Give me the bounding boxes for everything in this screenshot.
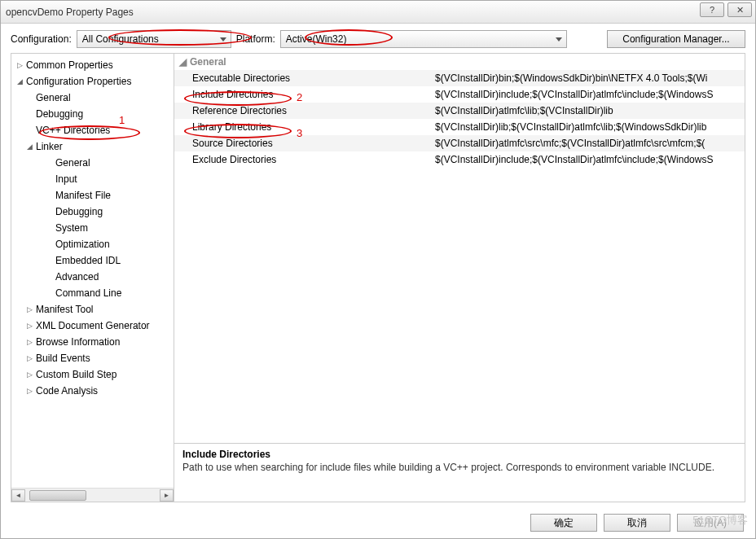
property-value[interactable]: $(VCInstallDir)include;$(VCInstallDir)at… bbox=[435, 154, 745, 165]
property-name: Exclude Directories bbox=[174, 154, 435, 165]
tree-item-manifest-tool[interactable]: ▷Manifest Tool bbox=[11, 301, 174, 318]
platform-value: Active(Win32) bbox=[286, 33, 347, 45]
configuration-combo[interactable]: All Configurations bbox=[77, 30, 231, 48]
property-value[interactable]: $(VCInstallDir)atlmfc\src\mfc;$(VCInstal… bbox=[435, 138, 745, 149]
tree-item-xml-document-generator[interactable]: ▷XML Document Generator bbox=[11, 318, 174, 334]
close-button[interactable]: ✕ bbox=[727, 2, 752, 17]
tree-item-browse-information[interactable]: ▷Browse Information bbox=[11, 334, 174, 350]
property-row[interactable]: Executable Directories$(VCInstallDir)bin… bbox=[174, 70, 745, 86]
tree-item-label: Input bbox=[54, 173, 77, 185]
description-title: Include Directories bbox=[182, 449, 736, 460]
expand-icon[interactable]: ▷ bbox=[24, 305, 34, 313]
property-value[interactable]: $(VCInstallDir)include;$(VCInstallDir)at… bbox=[435, 89, 745, 100]
tree-item-custom-build-step[interactable]: ▷Custom Build Step bbox=[11, 366, 174, 383]
property-name: Include Directories bbox=[174, 89, 435, 100]
configuration-value: All Configurations bbox=[82, 33, 159, 45]
tree-item-configuration-properties[interactable]: ◢Configuration Properties bbox=[11, 73, 174, 90]
ok-button[interactable]: 确定 bbox=[530, 514, 597, 532]
scroll-right-arrow[interactable]: ► bbox=[160, 489, 174, 502]
property-name: Reference Directories bbox=[174, 105, 435, 116]
platform-combo[interactable]: Active(Win32) bbox=[280, 30, 567, 48]
title-bar: opencvDemo Property Pages ? ✕ bbox=[1, 1, 755, 24]
tree-item-embedded-idl[interactable]: Embedded IDL bbox=[11, 252, 174, 269]
tree-item-label: Command Line bbox=[54, 287, 121, 299]
tree-item-label: General bbox=[54, 157, 90, 169]
property-row[interactable]: Include Directories$(VCInstallDir)includ… bbox=[174, 86, 745, 103]
tree-item-label: Manifest File bbox=[54, 190, 111, 201]
expand-icon[interactable]: ◢ bbox=[24, 142, 34, 151]
tree-item-label: Build Events bbox=[34, 353, 90, 364]
scroll-thumb[interactable] bbox=[29, 490, 86, 501]
property-name: Source Directories bbox=[174, 138, 435, 149]
expand-icon[interactable]: ▷ bbox=[15, 61, 24, 69]
property-value[interactable]: $(VCInstallDir)lib;$(VCInstallDir)atlmfc… bbox=[435, 121, 745, 133]
property-grid[interactable]: ◢ General Executable Directories$(VCInst… bbox=[174, 54, 745, 443]
property-value[interactable]: $(VCInstallDir)atlmfc\lib;$(VCInstallDir… bbox=[435, 105, 745, 116]
tree-item-code-analysis[interactable]: ▷Code Analysis bbox=[11, 383, 174, 399]
tree-item-label: Linker bbox=[34, 141, 63, 152]
cancel-button[interactable]: 取消 bbox=[604, 514, 670, 532]
description-text: Path to use when searching for include f… bbox=[182, 462, 736, 475]
body: ▷Common Properties◢Configuration Propert… bbox=[11, 53, 745, 502]
description-panel: Include Directories Path to use when sea… bbox=[174, 443, 745, 502]
tree-item-label: System bbox=[54, 222, 88, 234]
tree-item-label: Common Properties bbox=[24, 59, 113, 71]
property-name: Executable Directories bbox=[174, 72, 435, 84]
tree-item-label: Optimization bbox=[54, 239, 110, 250]
tree-item-general[interactable]: General bbox=[11, 90, 174, 106]
tree-item-optimization[interactable]: Optimization bbox=[11, 236, 174, 252]
tree-item-common-properties[interactable]: ▷Common Properties bbox=[11, 57, 174, 73]
tree-item-label: Advanced bbox=[54, 271, 99, 283]
collapse-icon: ◢ bbox=[179, 56, 187, 68]
tree-item-label: Debugging bbox=[54, 206, 103, 217]
tree-item-command-line[interactable]: Command Line bbox=[11, 285, 174, 301]
scroll-left-arrow[interactable]: ◄ bbox=[11, 489, 25, 502]
tree-item-label: Manifest Tool bbox=[34, 304, 93, 315]
window-title: opencvDemo Property Pages bbox=[6, 7, 134, 18]
tree-item-debugging[interactable]: Debugging bbox=[11, 204, 174, 220]
tree-item-label: Code Analysis bbox=[34, 385, 98, 397]
tree-item-linker[interactable]: ◢Linker bbox=[11, 138, 174, 155]
tree-item-label: Configuration Properties bbox=[24, 76, 131, 87]
tree-item-manifest-file[interactable]: Manifest File bbox=[11, 187, 174, 204]
dialog-footer: 确定 取消 应用(A) bbox=[1, 507, 755, 538]
apply-button[interactable]: 应用(A) bbox=[677, 514, 744, 532]
group-header[interactable]: ◢ General bbox=[174, 54, 745, 70]
category-tree[interactable]: ▷Common Properties◢Configuration Propert… bbox=[11, 54, 174, 502]
tree-item-debugging[interactable]: Debugging bbox=[11, 106, 174, 122]
property-panel: ◢ General Executable Directories$(VCInst… bbox=[174, 54, 745, 502]
tree-item-label: Embedded IDL bbox=[54, 255, 121, 266]
tree-item-vc-directories[interactable]: VC++ Directories bbox=[11, 122, 174, 138]
tree-item-input[interactable]: Input bbox=[11, 171, 174, 187]
tree-item-label: Debugging bbox=[34, 108, 83, 120]
expand-icon[interactable]: ▷ bbox=[24, 322, 34, 330]
configuration-manager-button[interactable]: Configuration Manager... bbox=[607, 30, 745, 48]
config-toolbar: Configuration: All Configurations Platfo… bbox=[1, 24, 755, 53]
group-title: General bbox=[190, 56, 226, 68]
tree-item-label: Custom Build Step bbox=[34, 369, 116, 380]
expand-icon[interactable]: ▷ bbox=[24, 387, 34, 395]
property-row[interactable]: Source Directories$(VCInstallDir)atlmfc\… bbox=[174, 135, 745, 151]
configuration-label: Configuration: bbox=[11, 33, 72, 45]
property-name: Library Directories bbox=[174, 121, 435, 133]
expand-icon[interactable]: ▷ bbox=[24, 354, 34, 362]
expand-icon[interactable]: ▷ bbox=[24, 338, 34, 346]
platform-label: Platform: bbox=[236, 33, 275, 45]
tree-item-label: VC++ Directories bbox=[34, 125, 110, 136]
tree-item-label: General bbox=[34, 92, 71, 103]
tree-item-system[interactable]: System bbox=[11, 220, 174, 236]
property-row[interactable]: Library Directories$(VCInstallDir)lib;$(… bbox=[174, 119, 745, 135]
tree-item-general[interactable]: General bbox=[11, 155, 174, 171]
tree-horizontal-scrollbar[interactable]: ◄ ► bbox=[11, 488, 174, 502]
property-row[interactable]: Exclude Directories$(VCInstallDir)includ… bbox=[174, 151, 745, 168]
property-row[interactable]: Reference Directories$(VCInstallDir)atlm… bbox=[174, 103, 745, 119]
expand-icon[interactable]: ◢ bbox=[15, 77, 24, 85]
scroll-track[interactable] bbox=[25, 489, 160, 502]
tree-item-build-events[interactable]: ▷Build Events bbox=[11, 350, 174, 366]
expand-icon[interactable]: ▷ bbox=[24, 370, 34, 379]
tree-item-advanced[interactable]: Advanced bbox=[11, 269, 174, 285]
property-value[interactable]: $(VCInstallDir)bin;$(WindowsSdkDir)bin\N… bbox=[435, 72, 745, 84]
help-button[interactable]: ? bbox=[700, 2, 724, 17]
window-buttons: ? ✕ bbox=[700, 2, 752, 17]
tree-item-label: XML Document Generator bbox=[34, 320, 150, 331]
